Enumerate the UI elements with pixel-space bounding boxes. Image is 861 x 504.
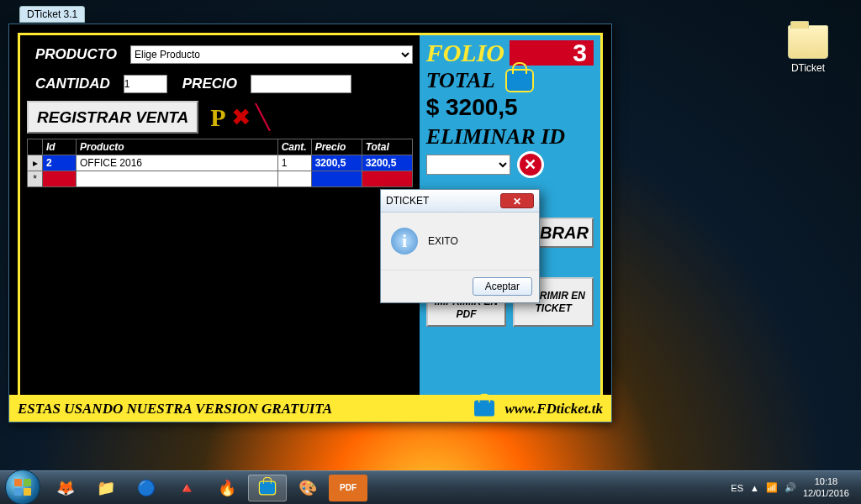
tray-network-icon[interactable]: 📶	[766, 482, 778, 493]
precio-input[interactable]	[251, 75, 351, 93]
cantidad-label: CANTIDAD	[27, 71, 119, 96]
desktop-folder-dticket[interactable]: DTicket	[779, 25, 837, 74]
col-cant: Cant.	[277, 139, 311, 155]
cell-total[interactable]: 3200,5	[362, 155, 412, 171]
tray-flag-icon[interactable]: ▲	[750, 483, 759, 493]
brush-icon[interactable]: ╲	[256, 103, 270, 131]
basket-icon[interactable]	[505, 69, 534, 92]
col-rowhead	[28, 139, 43, 155]
p-icon[interactable]: P	[210, 105, 225, 130]
sales-grid[interactable]: Id Producto Cant. Precio Total ▸ 2 OFFIC…	[27, 139, 413, 187]
info-icon: i	[391, 228, 418, 255]
left-pane: PRODUCTO Elige Producto CANTIDAD PRECIO …	[20, 35, 420, 411]
footer-bar: ESTAS USANDO NUESTRA VERSION GRATUITA ww…	[9, 395, 611, 422]
taskbar-vlc-icon[interactable]: 🔺	[167, 475, 206, 501]
col-producto: Producto	[77, 139, 278, 155]
taskbar-chrome-icon[interactable]: 🔵	[127, 475, 166, 501]
dialog-title: DTICKET	[386, 195, 429, 207]
dialog-accept-button[interactable]: Aceptar	[473, 277, 532, 296]
taskbar: 🦊 📁 🔵 🔺 🔥 🎨 PDF ES ▲ 📶 🔊 10:18 12/01/201…	[0, 470, 861, 504]
cell-cant[interactable]: 1	[277, 155, 311, 171]
precio-label: PRECIO	[174, 71, 246, 96]
start-button[interactable]	[5, 470, 40, 505]
col-id: Id	[43, 139, 77, 155]
eliminar-label: ELIMINAR ID	[426, 126, 594, 148]
taskbar-paint-icon[interactable]: 🎨	[288, 475, 327, 501]
col-total: Total	[362, 139, 412, 155]
taskbar-explorer-icon[interactable]: 📁	[87, 475, 125, 501]
delete-button[interactable]: ✕	[517, 151, 544, 178]
folder-label: DTicket	[779, 62, 837, 74]
taskbar-pdf-icon[interactable]: PDF	[329, 475, 367, 501]
taskbar-app-icon[interactable]: 🔥	[208, 475, 246, 501]
footer-left: ESTAS USANDO NUESTRA VERSION GRATUITA	[18, 402, 332, 416]
producto-label: PRODUCTO	[27, 42, 125, 66]
table-row-new[interactable]: *	[28, 171, 413, 187]
cell-precio[interactable]: 3200,5	[311, 155, 362, 171]
folio-label: FOLIO	[426, 40, 504, 66]
folder-icon	[788, 25, 828, 59]
total-value: $ 3200,5	[426, 96, 594, 119]
footer-url[interactable]: www.FDticket.tk	[505, 402, 604, 416]
tray-lang[interactable]: ES	[731, 483, 743, 493]
taskbar-dticket-icon[interactable]	[248, 475, 287, 501]
tools-icon[interactable]: ✖	[231, 103, 251, 131]
registrar-venta-button[interactable]: REGISTRAR VENTA	[27, 101, 198, 134]
total-label: TOTAL	[426, 70, 495, 92]
taskbar-firefox-icon[interactable]: 🦊	[46, 475, 85, 501]
cell-id[interactable]: 2	[43, 155, 77, 171]
producto-select[interactable]: Elige Producto	[130, 45, 413, 64]
eliminar-id-select[interactable]	[426, 155, 510, 175]
success-dialog: DTICKET ✕ i EXITO Aceptar	[380, 189, 540, 303]
tray-clock[interactable]: 10:18 12/01/2016	[803, 476, 849, 498]
system-tray[interactable]: ES ▲ 📶 🔊 10:18 12/01/2016	[731, 476, 856, 498]
dialog-close-button[interactable]: ✕	[500, 193, 534, 208]
cell-producto[interactable]: OFFICE 2016	[77, 155, 278, 171]
cantidad-input[interactable]	[124, 75, 167, 93]
tray-volume-icon[interactable]: 🔊	[784, 482, 796, 493]
window-title: DTicket 3.1	[19, 6, 85, 23]
col-precio: Precio	[311, 139, 362, 155]
basket-icon	[473, 399, 495, 417]
table-row[interactable]: ▸ 2 OFFICE 2016 1 3200,5 3200,5	[28, 155, 413, 171]
row-marker: ▸	[28, 155, 43, 171]
dialog-message: EXITO	[428, 235, 458, 247]
